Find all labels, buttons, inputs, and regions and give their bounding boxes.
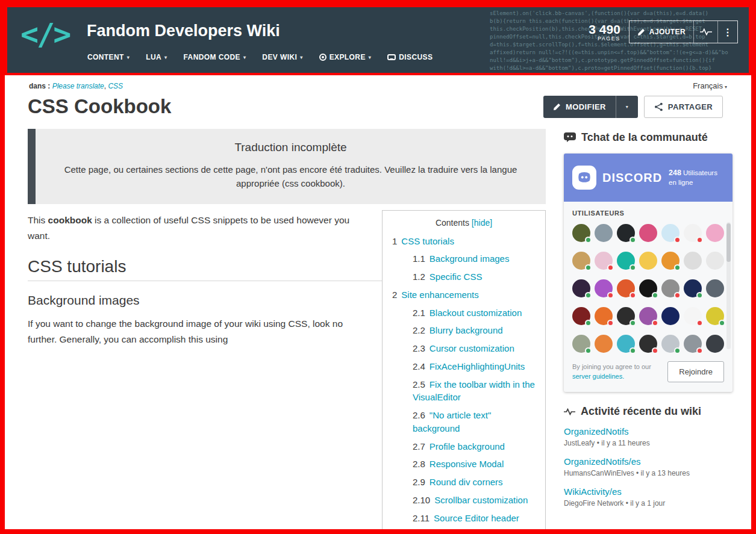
- user-avatar: [684, 252, 702, 270]
- status-dot: [652, 347, 658, 354]
- chevron-down-icon: ▾: [369, 55, 371, 60]
- toc-link[interactable]: Blurry background: [430, 325, 503, 335]
- activity-link[interactable]: OrganizedNotifs/es: [564, 456, 641, 467]
- kebab-menu-button[interactable]: ⋮: [718, 21, 737, 43]
- nav-item-lua[interactable]: LUA▾: [146, 53, 167, 61]
- header-actions: 3 490 PAGES AJOUTER ⋮: [589, 20, 738, 43]
- toc-link[interactable]: Responsive Modal: [430, 459, 504, 469]
- activity-meta: DiegoFire Network • il y a 1 jour: [564, 499, 733, 508]
- breadcrumb-link-please-translate[interactable]: Please translate: [52, 82, 104, 90]
- toc-link[interactable]: CSS tutorials: [401, 236, 454, 246]
- page-frame: sElement).on('click.bb-canvas',(function…: [0, 0, 756, 534]
- toc-item-number: 2.8: [413, 459, 425, 469]
- user-avatar: [639, 335, 657, 353]
- edit-dropdown-button[interactable]: ▾: [616, 96, 638, 118]
- status-dot: [629, 237, 636, 243]
- nav-item-fandom-code[interactable]: FANDOM CODE▾: [184, 53, 246, 61]
- title-row: CSS Cookbook MODIFIER ▾ PARTAGER: [5, 90, 751, 118]
- toc-item-number: 2.10: [413, 495, 430, 505]
- wiki-activity-button[interactable]: [694, 21, 718, 43]
- pages-label: PAGES: [589, 36, 620, 42]
- toc-link[interactable]: Fix the toolbar width in the VisualEdito…: [413, 379, 535, 403]
- nav-item-dev-wiki[interactable]: DEV WIKI▾: [262, 53, 302, 61]
- toc-item: 2.11Source Editor header: [389, 509, 539, 527]
- join-discord-button[interactable]: Rejoindre: [667, 361, 724, 382]
- status-dot: [652, 292, 658, 299]
- chevron-down-icon: ▾: [127, 55, 130, 60]
- page-title: CSS Cookbook: [28, 95, 171, 118]
- dev-wiki-logo[interactable]: </>: [20, 17, 69, 52]
- toc-link[interactable]: Round div corners: [430, 477, 503, 487]
- recent-activity-heading: Activité récente du wiki: [564, 405, 733, 418]
- status-dot: [696, 347, 703, 354]
- toc-link[interactable]: Blackout customization: [430, 308, 522, 318]
- add-page-label: AJOUTER: [649, 28, 686, 36]
- toc-item: 2Site enhancements: [389, 286, 539, 304]
- user-avatar: [572, 335, 590, 353]
- header-code-line: affixed)return null!=c?!((e=this.unpin<=…: [490, 49, 749, 57]
- discord-scrollbar-thumb[interactable]: [726, 223, 731, 262]
- discord-scrollbar[interactable]: [726, 222, 731, 349]
- toc-link[interactable]: Profile background: [430, 441, 505, 452]
- activity-link[interactable]: WikiActivity/es: [564, 486, 622, 497]
- pages-count: 3 490: [589, 23, 620, 36]
- user-avatar: [706, 279, 724, 297]
- toc-link[interactable]: Site enhancements: [401, 290, 478, 300]
- edit-button-label: MODIFIER: [566, 102, 606, 111]
- user-avatar: [706, 307, 724, 325]
- toc-header: Contents [hide]: [389, 218, 539, 228]
- status-dot: [607, 292, 614, 299]
- user-avatar: [706, 335, 724, 353]
- header-code-line: null!=d&&i>j+a-d&&"bottom"),c.prototype.…: [490, 57, 749, 64]
- nav-item-discuss[interactable]: DISCUSS: [387, 53, 433, 61]
- user-avatar: [617, 252, 635, 270]
- discord-widget-footer: By joining you agree to our server guide…: [564, 353, 733, 392]
- status-dot: [696, 320, 703, 326]
- toc-link[interactable]: Source Editor header: [434, 513, 519, 523]
- activity-pulse-icon: [564, 408, 575, 415]
- toc-item-number: 1: [392, 236, 397, 246]
- toc-item: 2.6"No article text" background: [389, 406, 539, 438]
- status-dot: [629, 347, 636, 354]
- status-dot: [585, 320, 592, 326]
- header-code-line: with(!d&&l>=a-d&&"bottom"),c.proto=getPi…: [490, 64, 749, 72]
- toc-item: 2.1Blackout customization: [389, 304, 539, 322]
- toc-link[interactable]: Specific CSS: [430, 272, 483, 282]
- activity-link[interactable]: OrganizedNotifs: [564, 426, 629, 436]
- status-dot: [607, 264, 614, 271]
- edit-button[interactable]: MODIFIER: [543, 96, 616, 118]
- chevron-down-icon: ▾: [300, 55, 302, 60]
- toc-link[interactable]: Background images: [430, 253, 510, 264]
- toc-hide-toggle[interactable]: [hide]: [472, 218, 492, 228]
- breadcrumb-link-css[interactable]: CSS: [108, 82, 123, 90]
- toc-item-number: 2.5: [413, 379, 425, 390]
- wiki-title[interactable]: Fandom Developers Wiki: [87, 22, 280, 40]
- user-avatar: [661, 279, 679, 297]
- activity-item: OrganizedNotifsJustLeafy • il y a 11 heu…: [564, 426, 733, 447]
- toc-link[interactable]: FixAceHighlightingUnits: [430, 361, 525, 371]
- pulse-icon: [700, 28, 712, 36]
- user-avatar: [706, 224, 724, 242]
- edit-button-group: MODIFIER ▾: [543, 96, 638, 118]
- status-dot: [674, 264, 681, 271]
- language-selector[interactable]: Français▾: [693, 81, 727, 90]
- pencil-icon: [553, 103, 561, 111]
- user-avatar: [684, 224, 702, 242]
- share-button[interactable]: PARTAGER: [644, 96, 723, 118]
- toc-link[interactable]: Cursor customization: [430, 343, 514, 353]
- toc-item-number: 2.4: [413, 361, 425, 371]
- toc-link[interactable]: Scrollbar customization: [434, 495, 528, 505]
- server-guidelines-link[interactable]: server guidelines.: [572, 373, 624, 380]
- add-page-button[interactable]: AJOUTER: [629, 21, 694, 43]
- toc-item-number: 2.3: [413, 343, 425, 353]
- status-dot: [585, 347, 592, 354]
- nav-item-content[interactable]: CONTENT▾: [87, 53, 130, 61]
- nav-item-explore[interactable]: EXPLORE▾: [319, 53, 372, 61]
- user-avatar: [617, 307, 635, 325]
- pages-counter: 3 490 PAGES: [589, 23, 620, 42]
- header-button-group: AJOUTER ⋮: [629, 20, 738, 43]
- intro-text: This: [28, 215, 48, 225]
- user-avatar: [661, 252, 679, 270]
- status-dot: [696, 237, 703, 243]
- chevron-down-icon: ▾: [243, 55, 246, 60]
